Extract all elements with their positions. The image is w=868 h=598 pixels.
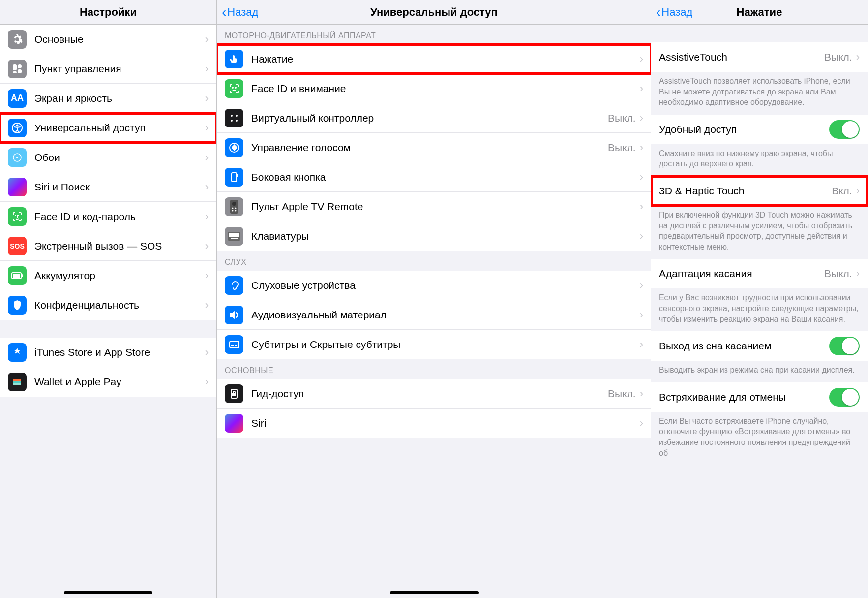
- row-label: Face ID и внимание: [251, 83, 640, 94]
- row-subtitles[interactable]: Субтитры и Скрытые субтитры ›: [217, 330, 651, 359]
- privacy-icon: [8, 296, 27, 315]
- svg-point-25: [232, 207, 234, 209]
- back-label: Назад: [227, 6, 258, 19]
- home-indicator[interactable]: [64, 591, 152, 594]
- svg-rect-33: [235, 233, 237, 235]
- panel1-header: Настройки: [0, 0, 216, 25]
- row-general[interactable]: Основные ›: [0, 25, 216, 54]
- row-voice-control[interactable]: Управление голосом Выкл. ›: [217, 133, 651, 162]
- row-3d-haptic[interactable]: 3D & Haptic Touch Вкл. ›: [651, 176, 868, 206]
- row-privacy[interactable]: Конфиденциальность ›: [0, 290, 216, 320]
- svg-rect-39: [237, 235, 239, 237]
- panel3-content: AssistiveTouch Выкл. › AssistiveTouch по…: [651, 25, 868, 598]
- row-switch-control[interactable]: Виртуальный контроллер Выкл. ›: [217, 103, 651, 133]
- svg-rect-36: [231, 235, 233, 237]
- svg-rect-9: [13, 274, 20, 278]
- row-accessibility[interactable]: Универсальный доступ ›: [0, 113, 216, 143]
- shake-toggle[interactable]: [829, 388, 860, 407]
- row-label: Гид-доступ: [251, 388, 608, 400]
- row-wallet[interactable]: Wallet и Apple Pay ›: [0, 367, 216, 397]
- row-guided-access[interactable]: Гид-доступ Выкл. ›: [217, 379, 651, 409]
- back-button[interactable]: ‹ Назад: [222, 5, 258, 19]
- row-tv-remote[interactable]: Пульт Apple TV Remote ›: [217, 192, 651, 221]
- svg-rect-43: [235, 345, 237, 346]
- siri-icon: [225, 414, 243, 433]
- row-touch[interactable]: Нажатие ›: [217, 44, 651, 74]
- wake-footer: Выводить экран из режима сна при касании…: [651, 361, 868, 382]
- row-touch-accommodations[interactable]: Адаптация касания Выкл. ›: [651, 259, 868, 288]
- chevron-right-icon: ›: [205, 122, 209, 134]
- svg-point-5: [17, 125, 18, 126]
- gear-icon: [8, 30, 27, 49]
- reach-footer: Смахните вниз по нижнему краю экрана, чт…: [651, 144, 868, 176]
- face-attention-icon: [225, 79, 243, 98]
- back-button[interactable]: ‹ Назад: [656, 5, 692, 19]
- row-siri[interactable]: Siri и Поиск ›: [0, 172, 216, 202]
- row-label: Слуховые устройства: [251, 280, 640, 291]
- wallet-icon: [8, 373, 27, 391]
- row-assistive-touch[interactable]: AssistiveTouch Выкл. ›: [651, 42, 868, 72]
- svg-rect-31: [231, 233, 233, 235]
- siri-icon: [8, 178, 27, 196]
- svg-rect-41: [230, 341, 239, 348]
- panel3-header: ‹ Назад Нажатие: [651, 0, 868, 25]
- row-battery[interactable]: Аккумулятор ›: [0, 261, 216, 290]
- reachability-toggle[interactable]: [829, 120, 860, 139]
- row-shake-undo[interactable]: Встряхивание для отмены: [651, 382, 868, 412]
- svg-point-27: [232, 210, 234, 211]
- chevron-right-icon: ›: [856, 51, 860, 63]
- row-wallpaper[interactable]: Обои ›: [0, 143, 216, 172]
- row-itunes[interactable]: iTunes Store и App Store ›: [0, 338, 216, 367]
- wake-toggle[interactable]: [829, 337, 860, 355]
- chevron-right-icon: ›: [640, 279, 643, 292]
- row-faceid[interactable]: Face ID и код-пароль ›: [0, 202, 216, 231]
- home-indicator[interactable]: [390, 591, 479, 594]
- row-siri2[interactable]: Siri ›: [217, 409, 651, 438]
- wallpaper-icon: [8, 148, 27, 167]
- chevron-right-icon: ›: [640, 141, 643, 154]
- row-label: Экстренный вызов — SOS: [34, 240, 205, 252]
- panel2-header: ‹ Назад Универсальный доступ: [217, 0, 651, 25]
- row-hearing-devices[interactable]: Слуховые устройства ›: [217, 271, 651, 300]
- row-display[interactable]: AA Экран и яркость ›: [0, 84, 216, 113]
- row-label: Основные: [34, 33, 205, 45]
- row-av[interactable]: Аудиовизуальный материал ›: [217, 300, 651, 330]
- battery-icon: [8, 266, 27, 285]
- svg-rect-22: [237, 175, 238, 177]
- chevron-right-icon: ›: [856, 267, 860, 280]
- svg-point-17: [236, 115, 238, 117]
- row-label: Пункт управления: [34, 63, 205, 75]
- settings-panel: Настройки Основные › Пункт управления › …: [0, 0, 217, 598]
- row-sos[interactable]: SOS Экстренный вызов — SOS ›: [0, 231, 216, 261]
- chevron-left-icon: ‹: [222, 5, 226, 19]
- chevron-right-icon: ›: [205, 63, 209, 75]
- guided-access-icon: [225, 384, 243, 403]
- row-value: Выкл.: [608, 388, 636, 400]
- svg-rect-42: [231, 345, 234, 346]
- row-side-button[interactable]: Боковая кнопка ›: [217, 162, 651, 192]
- panel1-title: Настройки: [80, 6, 137, 19]
- row-tap-to-wake[interactable]: Выход из сна касанием: [651, 331, 868, 361]
- row-reachability[interactable]: Удобный доступ: [651, 115, 868, 144]
- accessibility-icon: [8, 119, 27, 137]
- svg-point-26: [235, 207, 237, 209]
- shake-footer: Если Вы часто встряхиваете iPhone случай…: [651, 412, 868, 465]
- row-keyboards[interactable]: Клавиатуры ›: [217, 221, 651, 251]
- chevron-right-icon: ›: [640, 338, 643, 351]
- row-value: Выкл.: [608, 142, 636, 154]
- svg-rect-32: [233, 233, 235, 235]
- chevron-right-icon: ›: [205, 151, 209, 164]
- chevron-right-icon: ›: [205, 376, 209, 388]
- row-label: Пульт Apple TV Remote: [251, 201, 640, 213]
- row-face-attention[interactable]: Face ID и внимание ›: [217, 74, 651, 103]
- row-value: Выкл.: [824, 51, 852, 63]
- row-control-center[interactable]: Пункт управления ›: [0, 54, 216, 84]
- svg-point-18: [231, 120, 233, 122]
- panel3-title: Нажатие: [737, 6, 782, 19]
- svg-rect-38: [235, 235, 237, 237]
- row-label: Аудиовизуальный материал: [251, 309, 640, 321]
- chevron-right-icon: ›: [205, 210, 209, 223]
- chevron-right-icon: ›: [205, 346, 209, 359]
- svg-point-28: [235, 210, 237, 211]
- section-hearing-header: СЛУХ: [217, 251, 651, 271]
